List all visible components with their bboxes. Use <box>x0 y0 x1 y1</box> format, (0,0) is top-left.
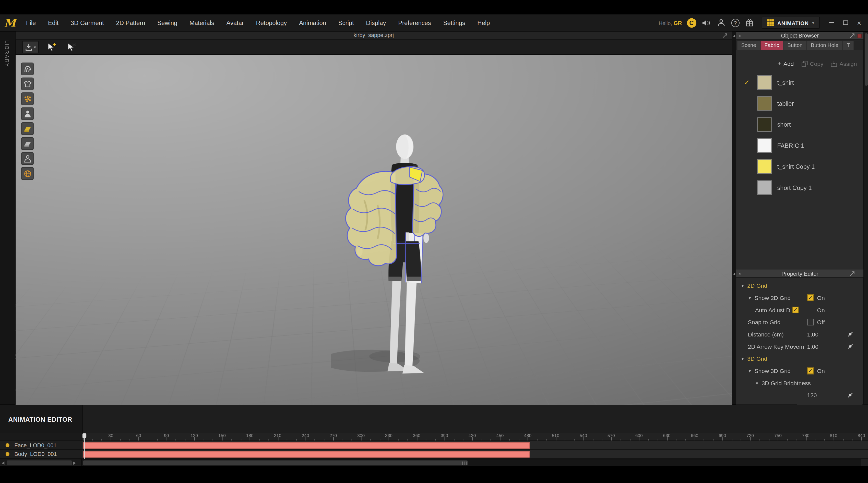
menu-avatar[interactable]: Avatar <box>220 14 250 31</box>
track-label-face-lod0-001[interactable]: Face_LOD0_001 <box>0 441 82 450</box>
fabric-item[interactable]: tablier <box>736 93 864 114</box>
mode-selector[interactable]: ANIMATION ▾ <box>762 17 820 29</box>
scroll-left-icon[interactable] <box>2 461 5 464</box>
3d-scene[interactable] <box>16 55 732 405</box>
show-wireframe-globe-button[interactable] <box>21 167 34 180</box>
property-row-axes[interactable]: Axes <box>736 401 864 405</box>
add-point-tool-button[interactable] <box>44 41 59 53</box>
menu-materials[interactable]: Materials <box>183 14 220 31</box>
slider-icon[interactable] <box>847 331 854 337</box>
timeline-corner-button[interactable] <box>861 459 868 466</box>
scrollbar-thumb[interactable] <box>865 33 868 86</box>
fabric-swatch[interactable] <box>757 118 772 132</box>
tab-button[interactable]: Button <box>783 41 806 50</box>
property-value[interactable]: 120 <box>807 392 817 398</box>
help-icon[interactable]: ? <box>731 19 740 27</box>
avatar[interactable] <box>331 129 447 384</box>
menu-edit[interactable]: Edit <box>42 14 65 31</box>
checkbox[interactable] <box>807 319 814 325</box>
tab-t[interactable]: T <box>843 41 854 50</box>
property-row-3d-grid-brightness[interactable]: ▼3D Grid Brightness <box>736 377 864 389</box>
assign-button[interactable]: Assign <box>831 60 857 67</box>
sound-icon[interactable] <box>701 18 711 28</box>
fabric-item[interactable]: ✓t_shirt <box>736 72 864 93</box>
right-scrollbar[interactable] <box>864 32 868 405</box>
label-column-scrollbar[interactable] <box>0 459 82 466</box>
menu-script[interactable]: Script <box>332 14 360 31</box>
undock-icon[interactable] <box>849 33 855 38</box>
cloud-badge-icon[interactable]: C <box>687 18 696 27</box>
scrollbar-grip[interactable] <box>462 461 467 464</box>
app-logo[interactable]: M <box>0 14 20 31</box>
account-icon[interactable] <box>716 18 726 28</box>
close-button[interactable]: × <box>855 19 864 27</box>
menu-retopology[interactable]: Retopology <box>250 14 293 31</box>
animation-clip-face-lod0-001[interactable] <box>83 442 530 449</box>
property-value[interactable]: 1,00 <box>807 331 818 337</box>
fabric-item[interactable]: short <box>736 114 864 135</box>
scroll-right-icon[interactable] <box>73 461 76 464</box>
menu-display[interactable]: Display <box>360 14 392 31</box>
username[interactable]: GR <box>674 20 682 26</box>
fabric-item[interactable]: t_shirt Copy 1 <box>736 156 864 177</box>
show-pattern-button[interactable] <box>21 137 34 150</box>
fabric-swatch[interactable] <box>757 96 772 110</box>
tab-scene[interactable]: Scene <box>737 41 760 50</box>
chevron-down-icon[interactable]: ▼ <box>741 357 744 360</box>
tab-fabric[interactable]: Fabric <box>761 41 783 50</box>
chevron-down-icon[interactable]: ▼ <box>748 369 752 373</box>
minimize-button[interactable] <box>827 19 836 27</box>
collapse-arrow-icon[interactable]: ◀ <box>732 271 736 276</box>
tab-button-hole[interactable]: Button Hole <box>807 41 842 50</box>
edit-mesh-tool-button[interactable] <box>64 41 79 53</box>
show-fabric-button[interactable] <box>21 122 34 135</box>
menu-3d-garment[interactable]: 3D Garment <box>65 14 110 31</box>
checkbox[interactable]: ✓ <box>807 367 814 374</box>
scrollbar-thumb[interactable] <box>83 460 468 465</box>
property-row-auto-adjust-dista[interactable]: Auto Adjust Dista✓On <box>736 304 864 316</box>
timeline-hscroll[interactable] <box>0 459 868 466</box>
chevron-down-icon[interactable]: ▼ <box>741 284 744 287</box>
menu-2d-pattern[interactable]: 2D Pattern <box>110 14 151 31</box>
menu-settings[interactable]: Settings <box>437 14 471 31</box>
menu-animation[interactable]: Animation <box>293 14 332 31</box>
add-button[interactable]: +Add <box>777 60 794 67</box>
property-value[interactable]: 1,00 <box>807 343 818 350</box>
gift-icon[interactable] <box>744 18 754 28</box>
menu-preferences[interactable]: Preferences <box>392 14 437 31</box>
property-row-3d-grid[interactable]: ▼3D Grid <box>736 353 864 365</box>
property-row-show-3d-grid[interactable]: ▼Show 3D Grid✓On <box>736 365 864 377</box>
menu-help[interactable]: Help <box>471 14 496 31</box>
show-avatar-button[interactable] <box>21 107 34 120</box>
show-avatar-outline-button[interactable] <box>21 152 34 165</box>
show-particles-button[interactable] <box>21 92 34 105</box>
menu-file[interactable]: File <box>20 14 42 31</box>
slider-icon[interactable] <box>847 392 854 398</box>
fabric-swatch[interactable] <box>757 75 772 90</box>
property-row-distance-cm[interactable]: Distance (cm)1,00 <box>736 328 864 340</box>
fabric-item[interactable]: short Copy 1 <box>736 177 864 198</box>
checkbox[interactable]: ✓ <box>792 307 799 313</box>
fabric-swatch[interactable] <box>757 159 772 173</box>
property-row-120[interactable]: 120 <box>736 389 864 401</box>
track-label-body-lod0-001[interactable]: Body_LOD0_001 <box>0 450 82 459</box>
fabric-item[interactable]: FABRIC 1 <box>736 135 864 156</box>
chevron-down-icon[interactable]: ▼ <box>755 381 759 385</box>
import-pose-button[interactable]: ▾ <box>22 41 39 53</box>
maximize-button[interactable] <box>841 19 850 27</box>
property-row-2d-grid[interactable]: ▼2D Grid <box>736 280 864 292</box>
menu-sewing[interactable]: Sewing <box>151 14 183 31</box>
undock-icon[interactable] <box>849 271 855 276</box>
show-garment-button[interactable] <box>21 77 34 90</box>
viewport-expand-icon[interactable] <box>722 33 727 38</box>
fabric-swatch[interactable] <box>757 138 772 153</box>
panel-badge-icon[interactable] <box>858 34 862 38</box>
library-tab[interactable]: LIBRARY <box>4 40 9 67</box>
chevron-down-icon[interactable]: ▼ <box>748 296 752 300</box>
property-row-2d-arrow-key-movem[interactable]: 2D Arrow Key Movem1,00 <box>736 340 864 353</box>
property-row-show-2d-grid[interactable]: ▼Show 2D Grid✓On <box>736 292 864 304</box>
scrollbar-thumb[interactable] <box>7 460 72 465</box>
collapse-arrow-icon[interactable]: ◀ <box>732 34 736 37</box>
copy-button[interactable]: Copy <box>802 60 824 67</box>
animation-clip-body-lod0-001[interactable] <box>83 451 530 458</box>
